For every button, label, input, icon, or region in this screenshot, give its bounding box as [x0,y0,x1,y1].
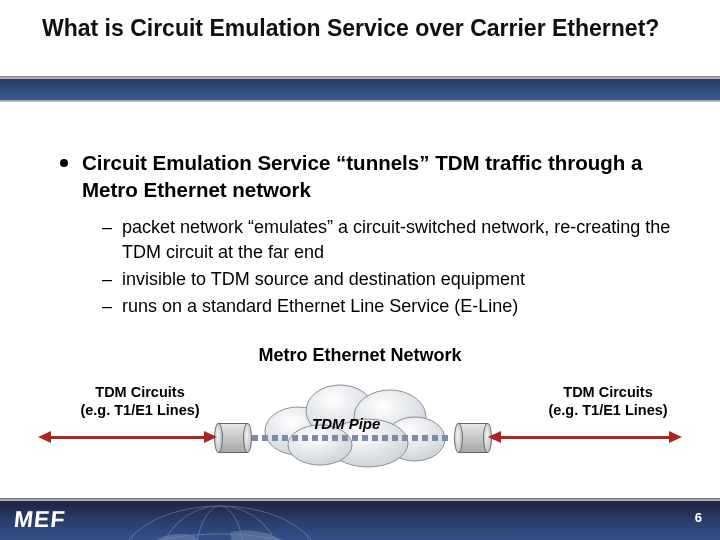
bullet-icon [60,159,68,167]
sub-bullet-text: runs on a standard Ethernet Line Service… [122,294,518,318]
svg-point-6 [120,506,320,540]
divider [0,100,720,102]
bullet-item: Circuit Emulation Service “tunnels” TDM … [60,150,680,203]
cylinder-right-icon [454,423,492,453]
pipe-label: TDM Pipe [312,415,380,432]
sub-bullet-list: – packet network “emulates” a circuit-sw… [102,215,680,318]
title-band [0,79,720,100]
tdm-left-line2: (e.g. T1/E1 Lines) [80,402,199,418]
cylinder-left-icon [214,423,252,453]
title-area: What is Circuit Emulation Service over C… [0,0,720,43]
footer: MEF 6 [0,498,720,540]
tdm-right-line1: TDM Circuits [563,384,652,400]
slide: What is Circuit Emulation Service over C… [0,0,720,540]
dash-icon: – [102,267,112,291]
mef-logo: MEF [14,506,66,533]
sub-bullet-item: – runs on a standard Ethernet Line Servi… [102,294,680,318]
network-label: Metro Ethernet Network [0,345,720,366]
page-number: 6 [695,510,702,525]
arrow-right-icon [490,436,680,440]
sub-bullet-text: packet network “emulates” a circuit-swit… [122,215,680,264]
logo-text: MEF [14,506,66,533]
dotted-pipe-icon [252,435,452,441]
slide-title: What is Circuit Emulation Service over C… [42,14,720,43]
dash-icon: – [102,294,112,318]
tdm-right-line2: (e.g. T1/E1 Lines) [548,402,667,418]
tdm-right-label: TDM Circuits (e.g. T1/E1 Lines) [538,383,678,419]
sub-bullet-item: – packet network “emulates” a circuit-sw… [102,215,680,264]
dash-icon: – [102,215,112,239]
tdm-left-label: TDM Circuits (e.g. T1/E1 Lines) [70,383,210,419]
tdm-left-line1: TDM Circuits [95,384,184,400]
globe-icon [110,494,330,540]
footer-background [0,501,720,540]
bullet-text: Circuit Emulation Service “tunnels” TDM … [82,150,680,203]
diagram: Metro Ethernet Network TDM Circuits (e.g… [0,345,720,485]
arrow-left-icon [40,436,215,440]
sub-bullet-text: invisible to TDM source and destination … [122,267,525,291]
sub-bullet-item: – invisible to TDM source and destinatio… [102,267,680,291]
content-area: Circuit Emulation Service “tunnels” TDM … [60,150,680,321]
svg-point-7 [120,534,320,540]
